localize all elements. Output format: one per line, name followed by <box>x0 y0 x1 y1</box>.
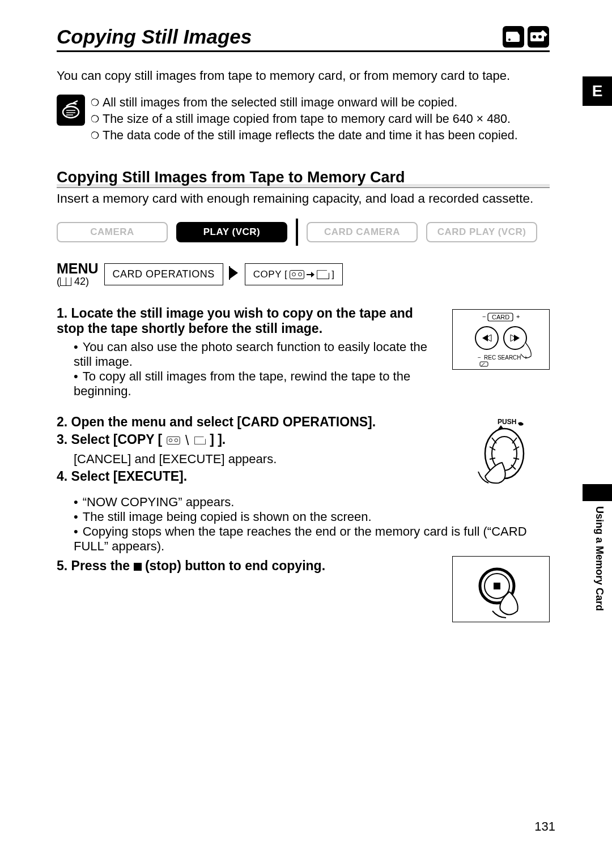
card-glyph-icon <box>194 436 206 444</box>
menu-box-card-operations: CARD OPERATIONS <box>104 263 223 285</box>
menu-arrow-icon <box>229 266 239 283</box>
illus-plus: + <box>516 313 520 320</box>
notes-icon <box>57 95 85 126</box>
tape-glyph-icon <box>167 436 180 444</box>
book-icon <box>60 277 71 286</box>
svg-line-25 <box>481 363 484 366</box>
svg-point-7 <box>538 35 542 39</box>
step-2-heading: 2. Open the menu and select [CARD OPERAT… <box>57 414 442 430</box>
illus-push-label: PUSH <box>498 418 516 426</box>
illustration-rec-search: − CARD + − REC SEARCH + <box>452 309 550 370</box>
mode-card-camera: CARD CAMERA <box>307 222 418 242</box>
step-3-sub: [CANCEL] and [EXECUTE] appears. <box>74 452 442 467</box>
tape-glyph-icon <box>290 270 304 279</box>
mode-selector-row: CAMERA PLAY (VCR) CARD CAMERA CARD PLAY … <box>57 219 550 246</box>
mode-divider <box>296 219 298 246</box>
illus-minus: − <box>482 313 486 320</box>
mode-card-play-vcr: CARD PLAY (VCR) <box>426 222 537 242</box>
step-4-bullet: Copying stops when the tape reaches the … <box>74 524 550 554</box>
menu-box-copy: COPY [ ] <box>245 263 343 285</box>
backslash-glyph: \ <box>185 433 189 448</box>
section-subtext: Insert a memory card with enough remaini… <box>57 191 550 206</box>
svg-point-6 <box>533 35 536 39</box>
step-1-heading: 1. Locate the still image you wish to co… <box>57 306 441 336</box>
card-glyph-icon <box>317 270 329 279</box>
illustration-push-wheel: PUSH <box>453 412 550 491</box>
menu-row: MENU ( 42) CARD OPERATIONS COPY [ ] <box>57 262 550 288</box>
step-1-bullet: You can also use the photo search functi… <box>74 340 441 369</box>
copy-suffix: ] <box>332 269 334 280</box>
menu-ref-num: 42 <box>74 276 86 287</box>
svg-rect-39 <box>494 583 500 589</box>
svg-rect-1 <box>506 32 520 42</box>
step-4-heading: 4. Select [EXECUTE]. <box>57 469 442 484</box>
menu-page-ref: ( 42) <box>57 276 99 288</box>
note-item: The data code of the still image reflect… <box>91 127 518 144</box>
step-4-bullet: “NOW COPYING” appears. <box>74 495 550 510</box>
page-number: 131 <box>534 819 555 834</box>
note-item: All still images from the selected still… <box>91 95 518 111</box>
tape-pen-icon <box>527 25 550 48</box>
stop-glyph-icon <box>134 563 142 571</box>
step-4-bullet: The still image being copied is shown on… <box>74 510 550 524</box>
card-icon <box>502 25 525 48</box>
svg-rect-14 <box>229 266 230 280</box>
svg-point-9 <box>63 106 79 118</box>
svg-point-3 <box>508 39 511 41</box>
step-3-heading: 3. Select [COPY [ \ ] ]. <box>57 432 442 448</box>
side-section-label: Using a Memory Card <box>593 506 605 611</box>
illus-rec-plus: + <box>524 354 528 361</box>
mode-camera: CAMERA <box>57 222 168 242</box>
svg-marker-19 <box>482 335 488 341</box>
language-tab: E <box>583 76 612 106</box>
svg-marker-16 <box>311 272 314 277</box>
illus-card-label: CARD <box>492 314 509 320</box>
note-item: The size of a still image copied from ta… <box>91 111 518 127</box>
section-marker <box>583 484 612 501</box>
step-1-bullet: To copy all still images from the tape, … <box>74 369 441 399</box>
svg-marker-13 <box>230 267 238 279</box>
copy-prefix: COPY [ <box>253 269 287 280</box>
arrow-right-icon <box>307 271 314 278</box>
svg-marker-22 <box>514 335 520 341</box>
page-title: Copying Still Images <box>57 25 252 48</box>
intro-text: You can copy still images from tape to m… <box>57 68 550 84</box>
svg-rect-24 <box>480 362 488 366</box>
menu-label: MENU <box>57 262 99 276</box>
section-heading: Copying Still Images from Tape to Memory… <box>57 169 550 188</box>
step-5-heading: 5. Press the (stop) button to end copyin… <box>57 558 441 574</box>
notes-list: All still images from the selected still… <box>91 95 518 144</box>
illus-rec-minus: − <box>478 354 481 361</box>
illustration-stop-button <box>452 556 550 622</box>
title-row: Copying Still Images <box>57 25 550 52</box>
mode-play-vcr: PLAY (VCR) <box>176 222 287 242</box>
illus-rec-search-label: REC SEARCH <box>484 354 521 361</box>
